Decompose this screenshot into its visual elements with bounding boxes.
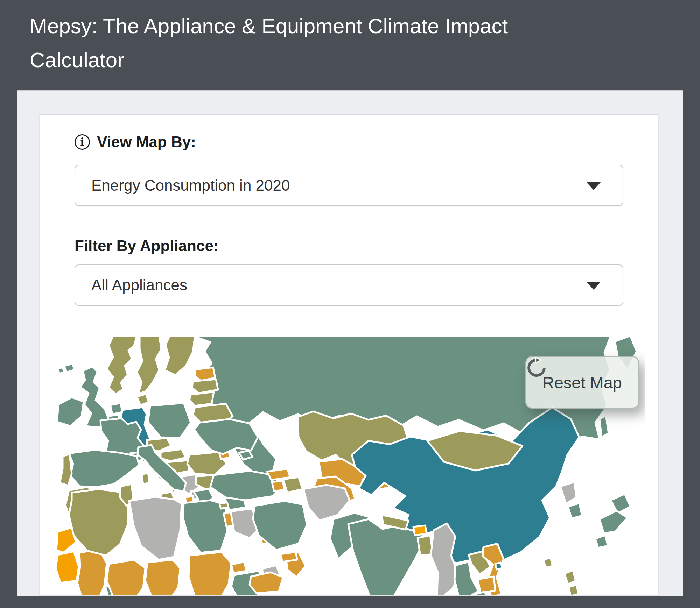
- country-azerbaijan[interactable]: [283, 477, 303, 493]
- country-slovakia[interactable]: [161, 449, 186, 461]
- appliance-filter-select[interactable]: All Appliances: [75, 264, 623, 306]
- view-map-by-label: i View Map By:: [75, 132, 623, 151]
- page-title: Mepsy: The Appliance & Equipment Climate…: [30, 9, 583, 77]
- country-libya[interactable]: [129, 497, 182, 560]
- country-sudan[interactable]: [189, 552, 231, 596]
- filter-by-appliance-label: Filter By Appliance:: [75, 236, 623, 255]
- appliance-filter-value: All Appliances: [91, 276, 187, 294]
- country-finland[interactable]: [165, 336, 195, 375]
- controls-card: i View Map By: Energy Consumption in 202…: [39, 114, 659, 596]
- country-cambodia[interactable]: [478, 577, 495, 593]
- country-spain[interactable]: [69, 450, 139, 487]
- country-north-korea[interactable]: [560, 482, 576, 504]
- info-icon[interactable]: i: [75, 134, 90, 150]
- country-poland[interactable]: [148, 403, 191, 438]
- country-sweden[interactable]: [137, 336, 161, 394]
- country-iceland-a[interactable]: [64, 364, 75, 372]
- country-sardinia[interactable]: [142, 473, 149, 484]
- country-philippines-b[interactable]: [569, 585, 579, 596]
- country-hong-kong[interactable]: [495, 563, 502, 570]
- country-niger[interactable]: [107, 560, 145, 596]
- country-japan-honshu[interactable]: [600, 511, 628, 533]
- country-lithuania[interactable]: [189, 392, 214, 406]
- view-map-by-value: Energy Consumption in 2020: [91, 177, 290, 194]
- country-denmark[interactable]: [137, 394, 149, 405]
- chevron-down-icon: [586, 182, 601, 190]
- country-south-korea[interactable]: [568, 503, 582, 518]
- refresh-icon: [526, 357, 547, 377]
- country-yemen[interactable]: [250, 572, 283, 593]
- country-portugal[interactable]: [60, 454, 72, 486]
- country-india[interactable]: [348, 519, 424, 596]
- country-ukraine[interactable]: [194, 419, 258, 454]
- content-panel: i View Map By: Energy Consumption in 202…: [17, 90, 683, 596]
- country-estonia[interactable]: [195, 367, 215, 381]
- country-afghanistan[interactable]: [303, 485, 350, 521]
- country-algeria[interactable]: [69, 489, 128, 556]
- country-taiwan[interactable]: [544, 558, 553, 567]
- country-cyprus[interactable]: [219, 502, 229, 509]
- country-ireland[interactable]: [57, 397, 84, 426]
- reset-map-button[interactable]: Reset Map: [525, 356, 639, 409]
- chevron-down-icon: [586, 282, 601, 290]
- country-sakhalin[interactable]: [600, 416, 609, 437]
- country-japan-kyushu[interactable]: [595, 535, 608, 548]
- country-japan-hokkaido[interactable]: [611, 494, 630, 514]
- choropleth-map[interactable]: Reset Map: [54, 336, 645, 596]
- country-united-kingdom[interactable]: [80, 367, 109, 427]
- view-map-by-select[interactable]: Energy Consumption in 2020: [75, 165, 623, 206]
- view-map-by-label-text: View Map By:: [97, 132, 196, 151]
- country-mali[interactable]: [77, 549, 107, 596]
- country-mauritania[interactable]: [56, 551, 79, 583]
- reset-map-label: Reset Map: [542, 373, 622, 392]
- filter-by-appliance-label-text: Filter By Appliance:: [75, 236, 219, 255]
- country-netherlands[interactable]: [110, 403, 122, 414]
- country-chad[interactable]: [145, 560, 180, 596]
- country-bhutan[interactable]: [413, 525, 427, 535]
- country-uae[interactable]: [280, 552, 297, 562]
- country-iceland-b[interactable]: [58, 367, 64, 374]
- country-eritrea[interactable]: [231, 562, 247, 573]
- country-norway[interactable]: [107, 336, 137, 394]
- country-armenia[interactable]: [272, 481, 285, 491]
- country-philippines-a[interactable]: [565, 570, 576, 584]
